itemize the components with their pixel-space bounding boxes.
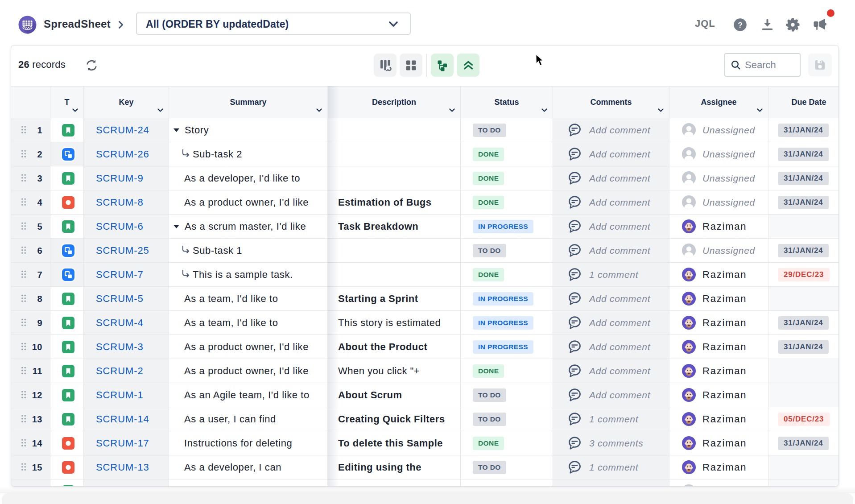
svg-text:?: ? bbox=[738, 21, 742, 29]
